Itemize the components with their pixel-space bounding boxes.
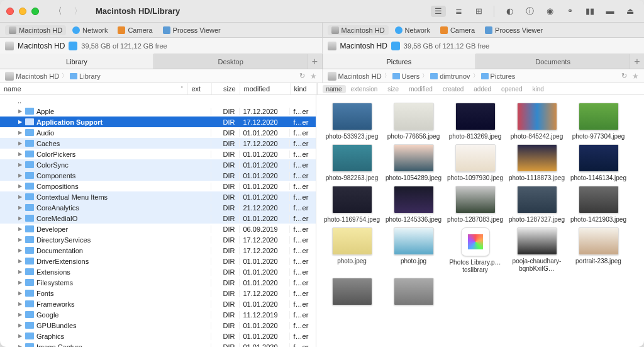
volume-name[interactable]: Macintosh HD [18,42,65,50]
view-grid-icon[interactable]: ⊞ [471,6,486,17]
preview-icon[interactable]: ◉ [542,6,557,17]
file-row[interactable]: ▶Contextual Menu ItemsDIR01.01.2020f…er [0,191,316,202]
sort-created[interactable]: created [438,86,469,93]
toggle-hidden-icon[interactable]: ◐ [502,6,517,17]
thumbnail[interactable]: photo-533923.jpeg [323,103,382,140]
maximize-button[interactable] [31,8,39,15]
device-camera[interactable]: Camera [436,25,479,35]
thumbnail[interactable]: photo-1054289.jpeg [384,144,443,182]
file-list-pane[interactable]: ..▶AppleDIR17.12.2020f…er▶Application Su… [0,95,316,347]
device-disk[interactable]: Macintosh HD [328,25,389,35]
favorite-icon[interactable]: ★ [310,72,317,81]
thumbnail[interactable]: photo-1118873.jpeg [508,144,567,182]
tab-add[interactable]: + [630,54,644,69]
sort-size[interactable]: size [382,86,404,93]
thumbnail[interactable]: pooja-chaudhary-bqnbKxiIG…plash.jpg [508,227,567,274]
file-row[interactable]: ▶DirectoryServicesDIR17.12.2020f…er [0,234,316,245]
close-button[interactable] [6,8,14,15]
reload-icon[interactable]: ↻ [621,72,627,80]
file-row[interactable]: ▶CoreAnalyticsDIR21.12.2020f…er [0,202,316,213]
thumbnail[interactable]: photo-977304.jpeg [569,103,628,140]
device-process[interactable]: Process Viewer [159,25,225,35]
col-size[interactable]: size [212,83,240,94]
terminal-icon[interactable]: ▬ [602,6,618,17]
thumbnail[interactable]: photo-1169754.jpeg [323,186,382,224]
file-row[interactable]: ▶ExtensionsDIR01.01.2020f…er [0,266,316,277]
thumbnail[interactable]: photo-1287083.jpeg [446,186,505,224]
thumbnail[interactable]: photo-1245336.jpeg [384,186,443,224]
eject-icon[interactable]: ⏏ [623,6,638,17]
file-row[interactable]: ▶CachesDIR17.12.2020f…er [0,138,316,149]
bc-seg[interactable]: dimtrunov [430,72,470,80]
sort-opened[interactable]: opened [496,86,527,93]
file-row[interactable]: ▶ColorPickersDIR01.01.2020f…er [0,149,316,159]
reload-icon[interactable]: ↻ [299,72,305,80]
file-row[interactable]: ▶CoreMediaIODIR01.01.2020f…er [0,213,316,224]
thumbnail[interactable] [384,278,443,308]
bc-seg[interactable]: Macintosh HD [5,72,59,81]
view-columns-icon[interactable]: ≣ [451,6,466,17]
sort-added[interactable]: added [469,86,496,93]
device-disk[interactable]: Macintosh HD [5,25,66,35]
bc-seg[interactable]: Macintosh HD [328,72,382,81]
col-modified[interactable]: modified [240,83,291,94]
thumbnail[interactable]: photo-1421903.jpeg [569,186,628,224]
favorite-icon[interactable]: ★ [632,72,639,81]
tab-add[interactable]: + [308,54,322,69]
file-row[interactable]: ▶DeveloperDIR06.09.2019f…er [0,224,316,234]
file-row[interactable]: ▶GraphicsDIR01.01.2020f…er [0,331,316,341]
file-row[interactable]: ▶GPUBundlesDIR01.01.2020f…er [0,320,316,331]
sort-ext[interactable]: extension [346,86,383,93]
sort-modified[interactable]: modified [404,86,438,93]
thumbnail[interactable]: photo.jpg [384,227,443,274]
file-row[interactable]: ▶CompositionsDIR01.01.2020f…er [0,181,316,191]
col-ext[interactable]: ext [188,83,212,94]
volume-menu-icon[interactable] [69,42,77,50]
thumbnail[interactable]: photo-1146134.jpeg [569,144,628,182]
col-name[interactable]: name˄ [0,83,188,94]
bc-seg[interactable]: Users [392,72,420,80]
thumbnail[interactable]: photo-813269.jpeg [446,103,505,140]
file-row[interactable]: ▶AppleDIR17.12.2020f…er [0,106,316,117]
forward-button[interactable]: 〉 [70,4,86,19]
thumbnail[interactable]: photo-845242.jpeg [508,103,567,140]
thumbnail[interactable]: photo-982263.jpeg [323,144,382,182]
col-kind[interactable]: kind [291,83,317,94]
thumbnail[interactable]: photo.jpeg [323,227,382,274]
thumbnail[interactable]: photo-1097930.jpeg [446,144,505,182]
tab-pictures[interactable]: Pictures [323,54,477,69]
tab-desktop[interactable]: Desktop [154,54,308,69]
bc-seg[interactable]: Pictures [481,72,516,80]
file-row[interactable]: ▶FontsDIR17.12.2020f…er [0,288,316,299]
file-row[interactable]: .. [0,95,316,106]
device-network[interactable]: Network [391,25,434,35]
sort-name[interactable]: name [323,85,346,93]
file-row[interactable]: ▶DocumentationDIR17.12.2020f…er [0,245,316,256]
bc-seg[interactable]: Library [70,72,101,80]
file-row[interactable]: ▶GoogleDIR11.12.2019f…er [0,309,316,320]
sort-kind[interactable]: kind [527,86,548,93]
file-row[interactable]: ▶FilesystemsDIR01.01.2020f…er [0,277,316,288]
device-process[interactable]: Process Viewer [481,25,547,35]
icon-view-pane[interactable]: photo-533923.jpegphoto-776656.jpegphoto-… [316,95,645,347]
device-network[interactable]: Network [69,25,111,35]
thumbnail[interactable]: portrait-238.jpeg [569,227,628,274]
thumbnail[interactable]: photo-1287327.jpeg [508,186,567,224]
file-row[interactable]: ▶Image CaptureDIR01.01.2020f…er [0,341,316,347]
device-camera[interactable]: Camera [114,25,156,35]
minimize-button[interactable] [19,8,26,15]
file-row[interactable]: ▶ColorSyncDIR01.01.2020f…er [0,159,316,170]
file-row[interactable]: ▶ComponentsDIR01.01.2020f…er [0,170,316,181]
thumbnail[interactable]: Photos Library.p…toslibrary [446,227,505,274]
file-row[interactable]: ▶DriverExtensionsDIR01.01.2020f…er [0,256,316,266]
info-icon[interactable]: ⓘ [522,6,537,17]
file-row[interactable]: ▶AudioDIR01.01.2020f…er [0,127,316,138]
dual-pane-icon[interactable]: ▮▮ [582,6,597,17]
view-list-icon[interactable]: ☰ [431,6,446,17]
back-button[interactable]: 〈 [50,4,65,19]
file-row[interactable]: ▶Application SupportDIR17.12.2020f…er [0,117,316,127]
thumbnail[interactable] [323,278,382,308]
tab-library[interactable]: Library [0,54,154,69]
quicklook-icon[interactable]: ⚭ [562,6,577,17]
volume-name[interactable]: Macintosh HD [340,42,387,50]
